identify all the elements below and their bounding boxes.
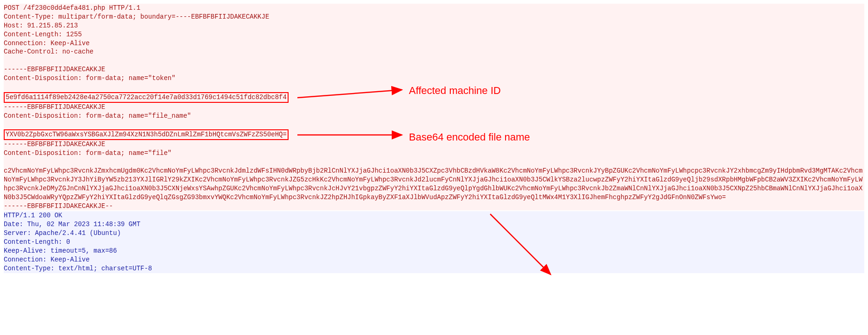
annotation-file-name: Base64 encoded file name xyxy=(409,130,530,144)
resp-header-keep-alive: Keep-Alive: timeout=5, max=86 xyxy=(4,247,117,255)
resp-header-content-length: Content-Length: 0 xyxy=(4,238,70,246)
annotation-machine-id: Affected machine ID xyxy=(409,84,501,98)
token-value-box: 5e9fd6a1114f89eb2428e4a2750ca7722acc20f1… xyxy=(4,92,289,103)
req-header-content-length: Content-Length: 1255 xyxy=(4,31,82,38)
req-header-cache-control: Cache-Control: no-cache xyxy=(4,48,93,55)
req-header-content-type: Content-Type: multipart/form-data; bound… xyxy=(4,13,269,20)
content-disposition-filename: Content-Disposition: form-data; name="fi… xyxy=(4,112,191,120)
request-line: POST /4f230c0dd4efa481.php HTTP/1.1 xyxy=(4,4,140,12)
response-line: HTTP/1.1 200 OK xyxy=(4,212,62,219)
resp-header-connection: Connection: Keep-Alive xyxy=(4,256,90,263)
req-header-host: Host: 91.215.85.213 xyxy=(4,22,78,29)
multipart-boundary: ------EBFBFBFIIJDAKECAKKJE xyxy=(4,103,105,111)
filename-value-box: YXV0b2ZpbGxcTW96aWxsYSBGaXJlZm94XzN1N3h5… xyxy=(4,129,289,140)
resp-header-date: Date: Thu, 02 Mar 2023 11:48:39 GMT xyxy=(4,221,140,228)
multipart-boundary-end: ------EBFBFBFIIJDAKECAKKJE-- xyxy=(4,202,113,210)
content-disposition-token: Content-Disposition: form-data; name="to… xyxy=(4,74,176,82)
req-header-connection: Connection: Keep-Alive xyxy=(4,40,90,47)
resp-header-content-type: Content-Type: text/html; charset=UTF-8 xyxy=(4,265,152,272)
multipart-boundary: ------EBFBFBFIIJDAKECAKKJE xyxy=(4,141,105,148)
http-request-block: POST /4f230c0dd4efa481.php HTTP/1.1 Cont… xyxy=(4,4,864,210)
http-response-block: HTTP/1.1 200 OK Date: Thu, 02 Mar 2023 1… xyxy=(4,211,864,273)
resp-header-server: Server: Apache/2.4.41 (Ubuntu) xyxy=(4,229,121,237)
file-body-base64: c2VhcmNoYmFyLWhpc3RvcnkJZmxhcmUgdm0Kc2Vh… xyxy=(4,167,862,201)
multipart-boundary: ------EBFBFBFIIJDAKECAKKJE xyxy=(4,66,105,73)
content-disposition-file: Content-Disposition: form-data; name="fi… xyxy=(4,149,171,157)
